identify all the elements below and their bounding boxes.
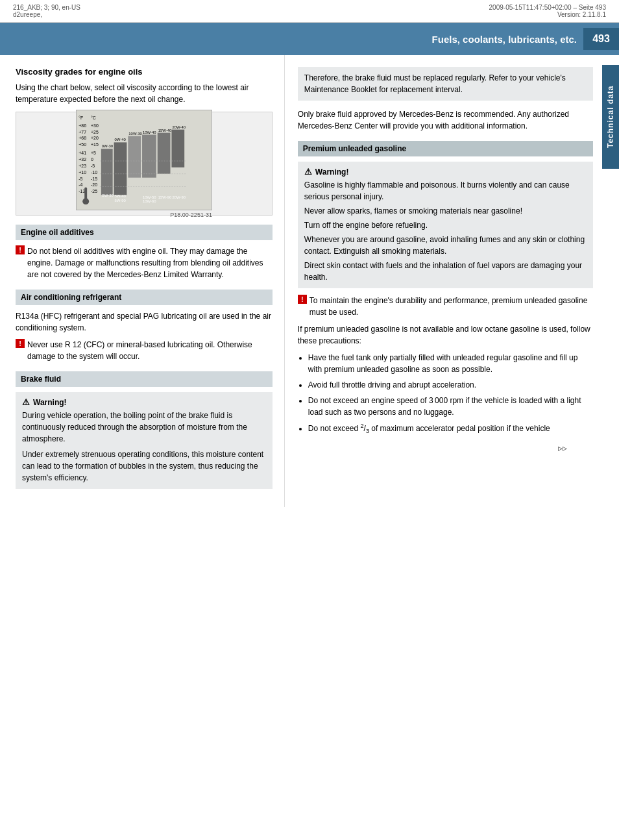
svg-text:15W-40: 15W-40 bbox=[158, 128, 172, 132]
premium-gasoline-label: Premium unleaded gasoline bbox=[303, 144, 406, 153]
svg-text:0W-40: 0W-40 bbox=[114, 138, 126, 142]
svg-text:-10: -10 bbox=[91, 169, 97, 174]
brake-fluid-warning-triangle-icon: ⚠ bbox=[22, 397, 30, 407]
svg-text:+25: +25 bbox=[91, 129, 99, 134]
viscosity-body: Using the chart below, select oil viscos… bbox=[16, 82, 273, 105]
viscosity-chart-container: °F °C +86 +30 +77 +25 +68 +20 +50 +15 +4… bbox=[16, 112, 273, 216]
svg-text:+86: +86 bbox=[79, 123, 86, 127]
fraction-subscript: 3 bbox=[366, 428, 369, 434]
brake-fluid-label: Brake fluid bbox=[21, 375, 61, 384]
content-area: Viscosity grades for engine oils Using t… bbox=[0, 55, 619, 507]
premium-gasoline-notice-row: ! To maintain the engine's durability an… bbox=[298, 295, 593, 318]
svg-text:0W-30: 0W-30 bbox=[102, 144, 114, 148]
svg-text:10W-30: 10W-30 bbox=[128, 131, 142, 135]
premium-gasoline-warning-line3: Turn off the engine before refueling. bbox=[304, 219, 587, 231]
header-left-line1: 216_AKB; 3; 90, en-US bbox=[13, 4, 80, 11]
svg-text:+50: +50 bbox=[79, 142, 86, 147]
svg-text:-13: -13 bbox=[79, 189, 85, 193]
svg-text:+30: +30 bbox=[91, 123, 99, 127]
premium-gasoline-warning-box: ⚠ Warning! Gasoline is highly flammable … bbox=[298, 162, 593, 288]
svg-rect-48 bbox=[84, 187, 87, 201]
svg-text:20W-40: 20W-40 bbox=[172, 125, 186, 129]
svg-text:+32: +32 bbox=[79, 156, 86, 161]
brake-fluid-section: Brake fluid bbox=[16, 371, 273, 387]
left-column: Viscosity grades for engine oils Using t… bbox=[0, 55, 285, 507]
svg-text:-15: -15 bbox=[91, 176, 97, 180]
viscosity-chart: °F °C +86 +30 +77 +25 +68 +20 +50 +15 +4… bbox=[76, 110, 212, 210]
svg-text:+77: +77 bbox=[79, 129, 86, 134]
brake-fluid-warning-para1: During vehicle operation, the boiling po… bbox=[22, 410, 266, 445]
precautions-list: Have the fuel tank only partially filled… bbox=[308, 352, 593, 436]
header-right-line2: Version: 2.11.8.1 bbox=[489, 11, 606, 18]
svg-text:-25: -25 bbox=[91, 189, 97, 193]
svg-text:+10: +10 bbox=[79, 169, 86, 174]
svg-text:+23: +23 bbox=[79, 163, 86, 167]
precaution-item-3: Do not exceed an engine speed of 3 000 r… bbox=[308, 395, 593, 418]
air-conditioning-section: Air conditioning refrigerant bbox=[16, 290, 273, 305]
fraction-superscript: 2 bbox=[361, 423, 364, 429]
svg-text:15W-90: 15W-90 bbox=[158, 195, 172, 199]
brake-fluid-warning-box: ⚠ Warning! During vehicle operation, the… bbox=[16, 392, 273, 489]
svg-text:+41: +41 bbox=[79, 151, 86, 155]
premium-gasoline-notice: To maintain the engine's durability and … bbox=[310, 295, 593, 318]
premium-gasoline-notice-icon: ! bbox=[298, 295, 307, 304]
svg-text:SW-30: SW-30 bbox=[102, 193, 114, 197]
engine-oil-additives-label: Engine oil additives bbox=[21, 228, 94, 237]
page-title: Fuels, coolants, lubricants, etc. bbox=[432, 34, 583, 45]
svg-text:+15: +15 bbox=[91, 142, 99, 147]
air-conditioning-notice: Never use R 12 (CFC) or mineral-based lu… bbox=[27, 339, 273, 362]
precaution-item-1: Have the fuel tank only partially filled… bbox=[308, 352, 593, 375]
svg-rect-38 bbox=[158, 132, 171, 173]
premium-gasoline-warning-line1: Gasoline is highly flammable and poisono… bbox=[304, 179, 587, 203]
technical-data-tab: Technical data bbox=[602, 65, 619, 169]
air-conditioning-body: R134a (HFC) refrigerant and special PAG … bbox=[16, 310, 273, 334]
engine-oil-additives-notice: Do not blend oil additives with engine o… bbox=[27, 245, 273, 280]
svg-text:+20: +20 bbox=[91, 136, 99, 140]
air-conditioning-label: Air conditioning refrigerant bbox=[21, 293, 121, 302]
svg-text:-20: -20 bbox=[91, 182, 97, 187]
page-number: 493 bbox=[583, 28, 619, 50]
viscosity-heading: Viscosity grades for engine oils bbox=[16, 67, 273, 77]
svg-text:10W-60: 10W-60 bbox=[143, 199, 156, 203]
precaution-item-2: Avoid full throttle driving and abrupt a… bbox=[308, 379, 593, 391]
svg-text:°C: °C bbox=[91, 115, 96, 119]
brake-fluid-warning-para2: Under extremely strenuous operating cond… bbox=[22, 449, 266, 484]
svg-rect-28 bbox=[114, 142, 127, 195]
svg-text:-5: -5 bbox=[79, 176, 82, 180]
svg-text:20W-90: 20W-90 bbox=[172, 195, 186, 199]
premium-gasoline-section: Premium unleaded gasoline bbox=[298, 141, 593, 156]
brake-fluid-warning-title: ⚠ Warning! bbox=[22, 397, 266, 407]
brake-fluid-continued-body: Only brake fluid approved by Mercedes-Be… bbox=[298, 108, 593, 132]
page-header: 216_AKB; 3; 90, en-US d2ureepe, 2009-05-… bbox=[0, 0, 619, 23]
brake-fluid-continued-box: Therefore, the brake fluid must be repla… bbox=[298, 67, 593, 101]
engine-oil-additives-section: Engine oil additives bbox=[16, 225, 273, 240]
svg-rect-41 bbox=[171, 129, 184, 167]
precaution-item-4: Do not exceed 2/3 of maximum accelerator… bbox=[308, 422, 593, 436]
header-right-line1: 2009-05-15T11:47:50+02:00 – Seite 493 bbox=[489, 4, 606, 11]
air-conditioning-notice-row: ! Never use R 12 (CFC) or mineral-based … bbox=[16, 339, 273, 362]
right-column: Therefore, the brake fluid must be repla… bbox=[285, 55, 619, 507]
premium-gasoline-warning-triangle-icon: ⚠ bbox=[304, 167, 312, 177]
svg-text:°F: °F bbox=[79, 115, 83, 119]
svg-rect-34 bbox=[142, 134, 156, 177]
premium-gasoline-warning-line2: Never allow sparks, flames or smoking ma… bbox=[304, 205, 587, 217]
header-left-line2: d2ureepe, bbox=[13, 11, 80, 18]
page-title-bar: Fuels, coolants, lubricants, etc. 493 bbox=[0, 23, 619, 55]
svg-text:5W-40: 5W-40 bbox=[114, 194, 126, 198]
svg-text:+68: +68 bbox=[79, 136, 86, 140]
svg-text:-4: -4 bbox=[79, 182, 82, 187]
svg-text:10W-40: 10W-40 bbox=[143, 130, 156, 134]
chart-caption: P18.00-2251-31 bbox=[76, 212, 212, 218]
premium-gasoline-warning-title: ⚠ Warning! bbox=[304, 167, 587, 177]
forward-arrow: ▹▹ bbox=[298, 443, 593, 453]
air-conditioning-notice-icon: ! bbox=[16, 339, 25, 348]
engine-oil-notice-icon: ! bbox=[16, 245, 25, 254]
svg-rect-25 bbox=[101, 149, 113, 195]
premium-gasoline-warning-line5: Direct skin contact with fuels and the i… bbox=[304, 260, 587, 283]
svg-text:5W-90: 5W-90 bbox=[114, 199, 126, 203]
engine-oil-additives-notice-row: ! Do not blend oil additives with engine… bbox=[16, 245, 273, 280]
svg-rect-32 bbox=[128, 136, 141, 177]
svg-text:-5: -5 bbox=[91, 163, 95, 167]
svg-text:0: 0 bbox=[91, 156, 93, 161]
brake-fluid-continued-boxed-text: Therefore, the brake fluid must be repla… bbox=[304, 72, 587, 95]
